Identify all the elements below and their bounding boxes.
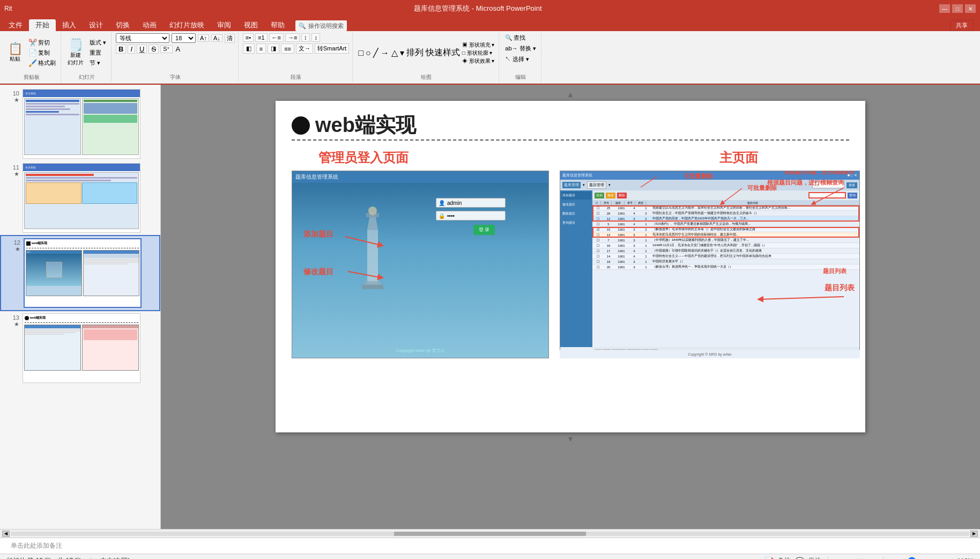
clear-format-button[interactable]: 清 xyxy=(225,34,235,43)
paste-button[interactable]: 📋 粘贴 xyxy=(5,42,25,64)
line-spacing-button[interactable]: ↕ xyxy=(311,33,320,42)
decrease-font-button[interactable]: A↓ xyxy=(211,34,222,42)
font-size-select[interactable]: 18 xyxy=(172,33,196,43)
triangle-tool[interactable]: △ xyxy=(391,48,398,58)
tab-insert[interactable]: 插入 xyxy=(56,19,83,31)
add-btn[interactable]: 添加 xyxy=(595,193,604,198)
select-button[interactable]: ↖ 选择 ▾ xyxy=(503,55,537,64)
arrow-tool[interactable]: → xyxy=(381,48,389,58)
slide-thumb-11[interactable]: 11 ★ 水浒系统 xyxy=(0,161,160,235)
horizontal-scrollbar[interactable]: ◀ ▶ xyxy=(0,529,980,538)
shape-fill-button[interactable]: ▣ 形状填充 ▾ xyxy=(462,41,495,49)
format-painter-button[interactable]: 🖌️ 格式刷 xyxy=(27,58,57,68)
slide-sorter-button[interactable]: ⊞ xyxy=(846,557,852,560)
underline-button[interactable]: U xyxy=(137,45,147,54)
close-button[interactable]: ✕ xyxy=(965,4,976,13)
tab-transition[interactable]: 切换 xyxy=(109,19,136,31)
copy-button[interactable]: 📄 复制 xyxy=(27,48,57,57)
bullet-list-button[interactable]: ≡• xyxy=(243,33,254,42)
scroll-left-button[interactable]: ◀ xyxy=(2,531,10,537)
columns-button[interactable]: ⫶ xyxy=(301,33,310,42)
tab-review[interactable]: 审阅 xyxy=(211,19,237,31)
slide-title: web端实现 xyxy=(315,112,416,139)
text-direction-button[interactable]: 文→ xyxy=(296,43,313,54)
font-color-button[interactable]: A xyxy=(174,45,181,53)
delete-btn[interactable]: 删除 xyxy=(617,193,627,198)
shape-outline-button[interactable]: □ 形状轮廓 ▾ xyxy=(462,49,495,57)
notes-label[interactable]: 备注 xyxy=(778,556,791,559)
maximize-button[interactable]: □ xyxy=(952,4,963,13)
copy-icon: 📄 xyxy=(28,49,37,57)
scroll-up-button[interactable]: ▲ xyxy=(567,90,574,99)
slide-thumb-13[interactable]: 13 ★ web端实现 xyxy=(0,311,160,385)
tab-view[interactable]: 视图 xyxy=(237,19,264,31)
minimize-button[interactable]: — xyxy=(939,4,950,13)
cut-button[interactable]: ✂️ 剪切 xyxy=(27,38,57,47)
tab-file[interactable]: 文件 xyxy=(2,19,29,31)
align-left-button[interactable]: ◧ xyxy=(243,43,255,54)
quick-styles-button[interactable]: 快速样式 xyxy=(426,47,460,58)
convert-smartart-button[interactable]: 转SmartArt xyxy=(315,43,349,54)
table-row: ☐ 25 1001 4 1 党政建立以马克思主义为指导，追求社会主义和共产主义的… xyxy=(592,205,859,211)
slide-thumb-10[interactable]: 10 ★ 水浒系统 xyxy=(0,87,160,161)
find-button[interactable]: 🔍 查找 xyxy=(503,33,537,42)
align-center-button[interactable]: ≡ xyxy=(256,43,266,54)
rectangle-tool[interactable]: □ xyxy=(358,48,363,58)
section-button[interactable]: 节 ▾ xyxy=(88,58,108,68)
increase-font-button[interactable]: A↑ xyxy=(198,34,209,42)
notes-bar[interactable]: 单击此处添加备注 xyxy=(0,538,980,554)
zoom-slider[interactable] xyxy=(899,557,941,560)
table-row: ☐ 19 1001 3 1 中国经济发展水平（） xyxy=(592,259,859,264)
shadow-button[interactable]: S⁺ xyxy=(160,45,173,53)
numbered-list-button[interactable]: ≡1 xyxy=(255,33,268,42)
slide-canvas[interactable]: web端实现 管理员登入页面 主页面 题库信息管理系统 xyxy=(276,101,865,432)
shapes-more[interactable]: ▾ xyxy=(400,48,404,58)
layout-button[interactable]: 版式 ▾ xyxy=(88,38,108,47)
oval-tool[interactable]: ○ xyxy=(366,48,371,58)
italic-button[interactable]: I xyxy=(128,45,135,54)
mgmt-search-button[interactable]: 搜索 xyxy=(847,182,857,188)
decrease-indent-button[interactable]: ←≡ xyxy=(269,33,284,42)
slide-thumb-12[interactable]: 12 ★ web端实现 题库... xyxy=(0,235,160,311)
login-button[interactable]: 登 录 xyxy=(473,225,495,235)
scroll-right-button[interactable]: ▶ xyxy=(970,531,978,537)
shape-effect-button[interactable]: ◈ 形状效果 ▾ xyxy=(462,57,495,65)
zoom-level[interactable]: 112% xyxy=(954,557,974,560)
new-slide-button[interactable]: 🗒️ 新建幻灯片 xyxy=(65,38,86,68)
justify-button[interactable]: ≡≡ xyxy=(281,43,294,54)
filter-box xyxy=(808,192,846,198)
font-family-select[interactable]: 等线 xyxy=(116,33,169,43)
increase-indent-button[interactable]: →≡ xyxy=(285,33,300,42)
comments-label[interactable]: 批注 xyxy=(808,556,821,559)
notes-toggle[interactable]: 📝 xyxy=(764,557,774,560)
zoom-in-button[interactable]: + xyxy=(946,557,950,560)
mgmt-sidebar: 添加题目 修改题目 删除题目 查询题目 xyxy=(560,190,592,347)
bold-button[interactable]: B xyxy=(116,45,126,54)
edit-btn[interactable]: 修改 xyxy=(606,193,615,198)
group-font: 等线 18 A↑ A↓ 清 B I U S S⁺ A 字体 xyxy=(113,32,239,82)
scroll-thumb[interactable] xyxy=(394,532,586,536)
zoom-out-button[interactable]: − xyxy=(890,557,894,560)
scroll-down-button[interactable]: ▼ xyxy=(567,435,574,443)
comments-toggle[interactable]: 💬 xyxy=(795,557,804,560)
tab-home[interactable]: 开始 xyxy=(29,19,56,31)
modify-question-annotation: 修改题目 xyxy=(303,267,333,277)
share-button[interactable]: 共享 xyxy=(950,20,974,31)
tab-help[interactable]: 帮助 xyxy=(264,19,291,31)
slideshow-button[interactable]: ⊡ xyxy=(870,557,877,560)
strikethrough-button[interactable]: S xyxy=(149,45,159,54)
search-box[interactable]: 🔍 操作说明搜索 xyxy=(295,20,347,31)
tab-design[interactable]: 设计 xyxy=(83,19,109,31)
tab-slideshow[interactable]: 幻灯片放映 xyxy=(163,19,211,31)
line-tool[interactable]: ╱ xyxy=(373,48,378,58)
tab-animation[interactable]: 动画 xyxy=(136,19,163,31)
reading-view-button[interactable]: 📖 xyxy=(857,557,866,560)
scroll-track[interactable] xyxy=(11,532,969,536)
normal-view-button[interactable]: ▦ xyxy=(835,557,842,560)
reset-button[interactable]: 重置 xyxy=(88,48,108,57)
arrange-button[interactable]: 排列 xyxy=(406,47,424,58)
annotation-batch-delete: 可批量删除 xyxy=(684,172,713,180)
query-btn[interactable]: 查询 xyxy=(848,193,857,198)
replace-button[interactable]: ab→ 替换 ▾ xyxy=(503,44,537,53)
align-right-button[interactable]: ◨ xyxy=(268,43,279,54)
